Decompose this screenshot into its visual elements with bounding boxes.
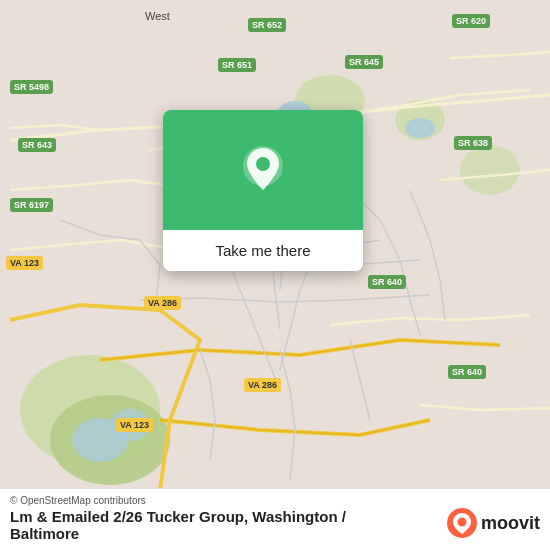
road-label-va286a: VA 286 (144, 296, 181, 310)
bottom-info-bar: © OpenStreetMap contributors Lm & Emaile… (0, 488, 550, 550)
road-label-sr645: SR 645 (345, 55, 383, 69)
map-background (0, 0, 550, 550)
location-title: Lm & Emailed 2/26 Tucker Group, Washingt… (10, 508, 346, 525)
location-pin-icon (237, 144, 289, 196)
road-label-va123b: VA 123 (116, 418, 153, 432)
road-label-va123: VA 123 (6, 256, 43, 270)
road-label-sr640a: SR 640 (368, 275, 406, 289)
road-label-sr651: SR 651 (218, 58, 256, 72)
road-label-sr640b: SR 640 (448, 365, 486, 379)
svg-point-13 (457, 518, 466, 527)
road-label-sr620: SR 620 (452, 14, 490, 28)
location-subtitle: Baltimore (10, 525, 346, 542)
road-label-sr652: SR 652 (248, 18, 286, 32)
road-label-sr638: SR 638 (454, 136, 492, 150)
road-label-sr643: SR 643 (18, 138, 56, 152)
road-label-va286b: VA 286 (244, 378, 281, 392)
road-label-sr5498: SR 5498 (10, 80, 53, 94)
osm-attribution: © OpenStreetMap contributors (10, 495, 540, 506)
svg-point-7 (405, 118, 435, 138)
svg-point-11 (256, 157, 270, 171)
map-container: SR 652 SR 620 SR 5498 SR 651 SR 645 SR 6… (0, 0, 550, 550)
moovit-text-label: moovit (481, 513, 540, 534)
moovit-icon (447, 508, 477, 538)
road-label-sr6197: SR 6197 (10, 198, 53, 212)
location-popup: Take me there (163, 110, 363, 271)
place-label-west: West (145, 10, 170, 22)
moovit-logo: moovit (447, 508, 540, 538)
svg-point-5 (460, 145, 520, 195)
popup-header (163, 110, 363, 230)
take-me-there-button[interactable]: Take me there (163, 230, 363, 271)
